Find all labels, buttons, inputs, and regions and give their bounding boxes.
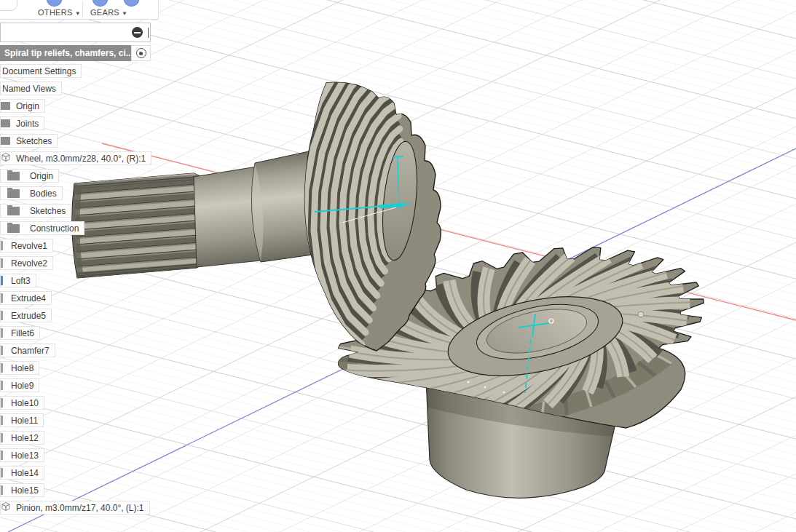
tab-gears[interactable]: GEARS▼ bbox=[90, 8, 127, 17]
browser-item-hole12[interactable]: Hole12 bbox=[0, 431, 44, 445]
browser-item-sketches[interactable]: Sketches bbox=[0, 204, 71, 218]
browser-item-joints[interactable]: Joints bbox=[0, 116, 44, 130]
browser-item-hole13[interactable]: Hole13 bbox=[0, 448, 44, 462]
folder-icon bbox=[7, 189, 20, 198]
browser-item-label: Revolve2 bbox=[11, 258, 47, 269]
browser-item-chamfer7[interactable]: Chamfer7 bbox=[0, 344, 55, 357]
toolbar-corner-panel bbox=[0, 0, 17, 11]
feature-icon bbox=[1, 433, 3, 442]
feature-icon bbox=[1, 293, 3, 303]
browser-item-extrude4[interactable]: Extrude4 bbox=[0, 291, 52, 305]
folder-icon bbox=[7, 224, 20, 233]
browser-item-wheel-m3-0mm-z28-40-0-r-1[interactable]: Wheel, m3.0mm/z28, 40.0°, (R):1 bbox=[0, 151, 151, 165]
browser-item-label: Sketches bbox=[30, 206, 66, 216]
browser-item-hole10[interactable]: Hole10 bbox=[0, 396, 44, 410]
browser-item-hole9[interactable]: Hole9 bbox=[0, 378, 39, 392]
feature-icon bbox=[1, 450, 3, 460]
browser-item-label: Hole14 bbox=[11, 468, 39, 478]
browser-item-label: Hole10 bbox=[11, 398, 39, 408]
browser-item-hole15[interactable]: Hole15 bbox=[0, 483, 44, 497]
folder-icon bbox=[7, 172, 20, 180]
browser-item-construction[interactable]: Construction bbox=[0, 221, 84, 235]
feature-icon bbox=[1, 416, 3, 425]
app-window: OTHERS▼ GEARS▼ Spiral tip reliefs, chamf… bbox=[0, 0, 796, 532]
browser-item-label: Document Settings bbox=[2, 66, 76, 76]
browser-item-label: Hole15 bbox=[11, 485, 39, 496]
pinion-shaft bbox=[194, 167, 261, 267]
viewport-3d[interactable] bbox=[0, 0, 796, 532]
browser-item-revolve2[interactable]: Revolve2 bbox=[0, 256, 53, 270]
browser-item-bodies[interactable]: Bodies bbox=[0, 186, 63, 200]
browser-search-input[interactable] bbox=[0, 23, 151, 42]
toolbar-tool-icon[interactable] bbox=[124, 0, 139, 7]
browser-item-label: Construction bbox=[30, 223, 79, 234]
chevron-down-icon: ▼ bbox=[122, 10, 127, 17]
browser-item-hole8[interactable]: Hole8 bbox=[0, 361, 39, 375]
pinion-gear-body[interactable] bbox=[72, 20, 441, 376]
toolbar-tool-icon[interactable] bbox=[47, 0, 62, 7]
browser-item-label: Fillet6 bbox=[11, 328, 34, 338]
feature-icon bbox=[1, 346, 3, 355]
feature-icon bbox=[1, 276, 3, 285]
feature-icon bbox=[1, 468, 3, 477]
browser-item-label: Pinion, m3.0mm/z17, 40.0°, (L):1 bbox=[16, 503, 144, 513]
feature-icon bbox=[1, 311, 3, 320]
browser-item-label: Origin bbox=[30, 171, 53, 181]
browser-item-label: Named Views bbox=[2, 84, 56, 94]
component-cube-icon bbox=[1, 152, 16, 164]
feature-icon bbox=[1, 381, 3, 390]
chevron-down-icon: ▼ bbox=[75, 10, 81, 17]
browser-item-loft3[interactable]: Loft3 bbox=[0, 274, 36, 287]
feature-icon bbox=[1, 258, 3, 268]
toolbar: OTHERS▼ GEARS▼ bbox=[0, 0, 159, 20]
browser-item-hole11[interactable]: Hole11 bbox=[0, 413, 44, 427]
browser-item-label: Extrude5 bbox=[11, 311, 46, 321]
browser-item-sketches[interactable]: Sketches bbox=[0, 134, 58, 148]
browser-item-label: Origin bbox=[16, 101, 39, 111]
browser-item-label: Revolve1 bbox=[11, 241, 47, 251]
minus-circle-icon[interactable] bbox=[132, 27, 143, 38]
text-cursor bbox=[148, 28, 149, 38]
browser-item-label: Hole9 bbox=[11, 381, 34, 391]
feature-icon bbox=[1, 485, 3, 495]
feature-icon bbox=[1, 241, 3, 250]
folder-icon bbox=[1, 119, 10, 127]
activate-component-radio[interactable] bbox=[131, 45, 151, 61]
feature-icon bbox=[1, 328, 3, 338]
folder-icon bbox=[1, 102, 10, 110]
browser-item-label: Chamfer7 bbox=[11, 346, 50, 356]
feature-icon bbox=[1, 363, 3, 373]
folder-icon bbox=[7, 207, 20, 215]
feature-icon bbox=[1, 398, 3, 408]
browser-item-label: Hole12 bbox=[11, 433, 39, 443]
browser-item-fillet6[interactable]: Fillet6 bbox=[0, 326, 40, 340]
folder-icon bbox=[1, 137, 10, 145]
browser-item-label: Wheel, m3.0mm/z28, 40.0°, (R):1 bbox=[16, 154, 146, 164]
component-cube-icon bbox=[1, 501, 16, 514]
tab-gears-label: GEARS bbox=[90, 8, 119, 17]
tab-others-label: OTHERS bbox=[38, 8, 73, 17]
browser-item-label: Loft3 bbox=[11, 276, 31, 286]
toolbar-tool-icon[interactable] bbox=[92, 0, 108, 7]
browser-item-document-settings[interactable]: Document Settings bbox=[0, 64, 82, 78]
browser-item-label: Sketches bbox=[16, 136, 52, 146]
browser-item-label: Hole8 bbox=[11, 363, 34, 373]
toolbar-divider bbox=[82, 1, 83, 17]
browser-item-revolve1[interactable]: Revolve1 bbox=[0, 239, 53, 253]
browser-item-label: Hole13 bbox=[11, 450, 39, 461]
browser-item-label: Extrude4 bbox=[11, 293, 46, 303]
tab-others[interactable]: OTHERS▼ bbox=[38, 8, 81, 17]
browser-item-extrude5[interactable]: Extrude5 bbox=[0, 309, 52, 322]
browser-item-origin[interactable]: Origin bbox=[0, 169, 59, 183]
browser-item-named-views[interactable]: Named Views bbox=[0, 82, 62, 95]
browser-item-hole14[interactable]: Hole14 bbox=[0, 466, 44, 480]
browser-item-pinion-m3-0mm-z17-40-0-l-1[interactable]: Pinion, m3.0mm/z17, 40.0°, (L):1 bbox=[0, 501, 150, 515]
browser-item-label: Joints bbox=[16, 119, 39, 129]
browser-root-component[interactable]: Spiral tip reliefs, chamfers, ci... bbox=[0, 45, 139, 61]
browser-item-label: Hole11 bbox=[11, 416, 38, 426]
radio-selected-icon bbox=[136, 48, 146, 58]
browser-item-label: Bodies bbox=[30, 188, 57, 199]
browser-item-origin[interactable]: Origin bbox=[0, 99, 45, 113]
